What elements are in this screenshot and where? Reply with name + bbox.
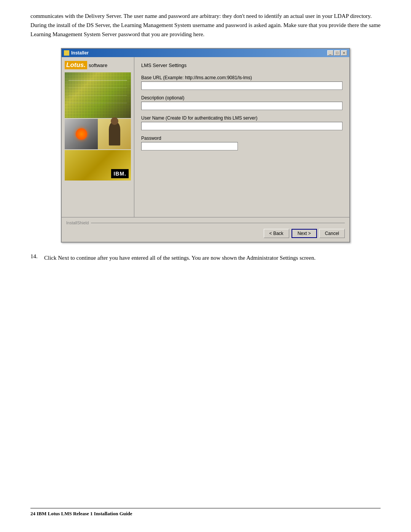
orange-decoration — [76, 128, 87, 140]
sidebar-image-right — [98, 119, 131, 149]
step-14-text: Click Next to continue after you have en… — [44, 253, 315, 262]
title-bar: Installer _ □ × — [62, 49, 349, 57]
cancel-button[interactable]: Cancel — [319, 229, 345, 238]
crowd-line-4 — [68, 103, 127, 103]
window-title: Installer — [71, 50, 89, 56]
button-row: < Back Next > Cancel — [66, 227, 345, 239]
installer-icon — [64, 50, 69, 56]
description-input[interactable] — [141, 102, 342, 110]
username-label: User Name (Create ID for authenticating … — [141, 115, 342, 121]
sidebar-image-left — [65, 119, 98, 149]
password-field-group: Password — [141, 136, 342, 150]
base-url-label: Base URL (Example: http://lms.acme.com:9… — [141, 75, 342, 80]
ibm-logo: IBM. — [111, 169, 129, 178]
lotus-logo: Lotus. software — [65, 61, 131, 69]
window-footer: InstallShield < Back Next > Cancel — [62, 217, 349, 242]
description-label: Description (optional) — [141, 95, 342, 101]
description-field-group: Description (optional) — [141, 95, 342, 110]
back-button[interactable]: < Back — [264, 229, 289, 238]
step-number: 14. — [30, 253, 42, 270]
sidebar-image-ibm: IBM. — [65, 150, 131, 181]
password-label: Password — [141, 136, 342, 141]
sidebar-image-panels — [65, 119, 131, 149]
main-content: LMS Server Settings Base URL (Example: h… — [134, 57, 349, 217]
next-button[interactable]: Next > — [292, 229, 317, 238]
lotus-word: Lotus. — [65, 61, 87, 69]
minimize-button[interactable]: _ — [327, 50, 333, 56]
username-field-group: User Name (Create ID for authenticating … — [141, 115, 342, 130]
title-bar-text: Installer — [64, 50, 89, 56]
sidebar: Lotus. software — [62, 57, 134, 217]
form-title: LMS Server Settings — [141, 62, 342, 68]
crowd-line-3 — [68, 95, 127, 96]
restore-button[interactable]: □ — [334, 50, 340, 56]
person-figure — [109, 123, 120, 145]
close-button[interactable]: × — [341, 50, 347, 56]
person-head — [111, 117, 118, 125]
base-url-input[interactable] — [141, 81, 342, 90]
password-input[interactable] — [141, 142, 238, 150]
lotus-software-text: software — [89, 62, 107, 68]
crowd-line-2 — [68, 88, 127, 88]
installer-window: Installer _ □ × Lotus. software — [61, 48, 350, 243]
crowd-line-1 — [68, 80, 127, 81]
sidebar-image-crowd — [65, 72, 131, 118]
title-bar-controls: _ □ × — [327, 50, 347, 56]
installshield-label: InstallShield — [66, 220, 345, 225]
intro-paragraph: communicates with the Delivery Server. T… — [30, 11, 381, 39]
step-14-container: 14. Click Next to continue after you hav… — [30, 253, 381, 270]
page-footer: 24 IBM Lotus LMS Release 1 Installation … — [30, 508, 381, 517]
base-url-field-group: Base URL (Example: http://lms.acme.com:9… — [141, 75, 342, 90]
window-body: Lotus. software — [62, 57, 349, 217]
username-input[interactable] — [141, 122, 342, 130]
page-footer-text: 24 IBM Lotus LMS Release 1 Installation … — [30, 511, 132, 516]
